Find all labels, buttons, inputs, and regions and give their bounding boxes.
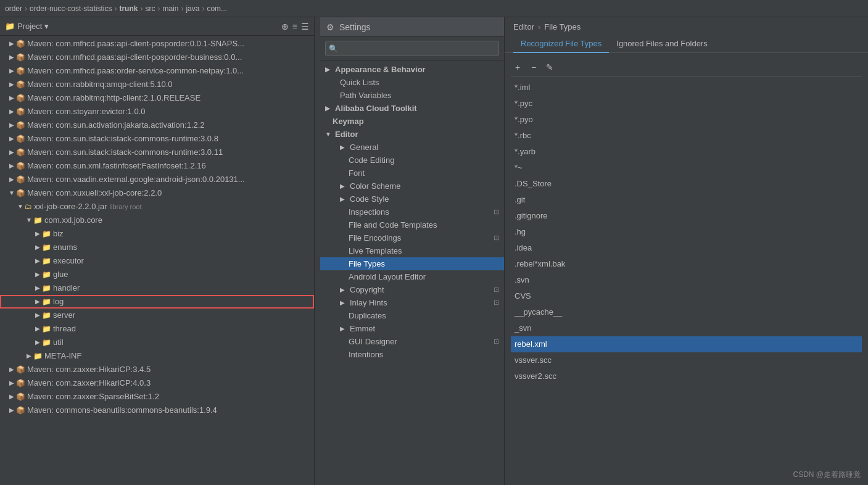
file-type-item[interactable]: vssver2.scc xyxy=(511,368,862,384)
file-type-item[interactable]: .idea xyxy=(511,240,862,256)
file-type-item-rebel-xml[interactable]: rebel.xml xyxy=(511,336,862,352)
hint-icon: ⊡ xyxy=(494,286,499,294)
tree-item-thread[interactable]: ▶ 📁 thread xyxy=(0,322,314,336)
file-type-item[interactable]: .rebel*xml.bak xyxy=(511,256,862,272)
tree-item[interactable]: ▶ 📦 Maven: com.rabbitmq:amqp-client:5.10… xyxy=(0,78,314,91)
settings-section-appearance[interactable]: ▶ Appearance & Behavior xyxy=(320,63,504,76)
settings-item-code-editing[interactable]: Code Editing xyxy=(320,154,504,167)
folder-icon: 📁 xyxy=(42,282,51,294)
tree-item[interactable]: ▶ 📦 Maven: com.mfhcd.paas:api-client-pos… xyxy=(0,51,314,64)
file-type-item[interactable]: *.pyc xyxy=(511,96,862,112)
tree-item-xxl[interactable]: ▼ 📦 Maven: com.xuxueli:xxl-job-core:2.2.… xyxy=(0,186,314,200)
tree-item[interactable]: ▶ 📦 Maven: commons-beanutils:commons-bea… xyxy=(0,404,314,417)
bc-file-types: File Types xyxy=(544,22,581,31)
settings-item-live-templates[interactable]: Live Templates xyxy=(320,244,504,257)
settings-item-file-code-templates[interactable]: File and Code Templates xyxy=(320,218,504,231)
tree-item[interactable]: ▶ 📦 Maven: com.sun.istack:istack-commons… xyxy=(0,146,314,159)
bc-main[interactable]: main xyxy=(162,4,178,13)
item-label: Quick Lists xyxy=(340,78,379,87)
file-type-item[interactable]: .DS_Store xyxy=(511,176,862,192)
tree-item[interactable]: ▶ 📦 Maven: com.mfhcd.paas:order-service-… xyxy=(0,64,314,78)
settings-item-font[interactable]: Font xyxy=(320,167,504,180)
tree-item[interactable]: ▶ 📦 Maven: com.vaadin.external.google:an… xyxy=(0,173,314,186)
tree-item-glue[interactable]: ▶ 📁 glue xyxy=(0,268,314,281)
tree-item[interactable]: ▶ 📦 Maven: com.zaxxer:SparseBitSet:1.2 xyxy=(0,390,314,404)
bc-order[interactable]: order xyxy=(5,4,22,13)
tree-item-meta-inf[interactable]: ▶ 📁 META-INF xyxy=(0,349,314,363)
item-label: GUI Designer xyxy=(349,337,397,346)
file-type-item[interactable]: .hg xyxy=(511,224,862,240)
item-label: File and Code Templates xyxy=(349,220,437,230)
settings-item-code-style[interactable]: ▶ Code Style xyxy=(320,193,504,205)
file-type-item[interactable]: vssver.scc xyxy=(511,352,862,368)
file-type-item[interactable]: CVS xyxy=(511,288,862,304)
tab-ignored[interactable]: Ignored Files and Folders xyxy=(609,36,714,53)
file-type-item[interactable]: .svn xyxy=(511,272,862,288)
bc-com[interactable]: com... xyxy=(207,4,227,13)
project-label: Project xyxy=(17,22,42,31)
file-type-item[interactable]: *.rbc xyxy=(511,128,862,144)
project-dropdown-icon[interactable]: ▾ xyxy=(44,22,49,31)
settings-item-gui-designer[interactable]: GUI Designer ⊡ xyxy=(320,335,504,348)
settings-item-copyright[interactable]: ▶ Copyright ⊡ xyxy=(320,283,504,296)
settings-item-duplicates[interactable]: Duplicates xyxy=(320,309,504,322)
tree-item-biz[interactable]: ▶ 📁 biz xyxy=(0,227,314,241)
settings-item-file-encodings[interactable]: File Encodings ⊡ xyxy=(320,231,504,244)
remove-button[interactable]: − xyxy=(527,60,540,74)
tree-item[interactable]: ▶ 📦 Maven: com.stoyanr:evictor:1.0.0 xyxy=(0,105,314,118)
tree-item[interactable]: ▶ 📦 Maven: com.zaxxer:HikariCP:3.4.5 xyxy=(0,363,314,376)
file-type-item[interactable]: .git xyxy=(511,192,862,208)
settings-section-editor[interactable]: ▼ Editor xyxy=(320,128,504,141)
tab-recognized[interactable]: Recognized File Types xyxy=(513,36,609,53)
options-icon[interactable]: ☰ xyxy=(301,22,309,31)
edit-button[interactable]: ✎ xyxy=(543,60,556,74)
tree-item-package[interactable]: ▼ 📁 com.xxl.job.core xyxy=(0,213,314,227)
settings-item-emmet[interactable]: ▶ Emmet xyxy=(320,322,504,335)
tree-item-server[interactable]: ▶ 📁 server xyxy=(0,309,314,322)
tree-item-enums[interactable]: ▶ 📁 enums xyxy=(0,241,314,254)
tree-item[interactable]: ▶ 📦 Maven: com.sun.istack:istack-commons… xyxy=(0,132,314,146)
tree-item-util[interactable]: ▶ 📁 util xyxy=(0,336,314,349)
bc-order-nucc[interactable]: order-nucc-cost-statistics xyxy=(30,4,112,13)
file-type-item[interactable]: _svn xyxy=(511,320,862,336)
folder-icon: 📁 xyxy=(42,255,51,267)
settings-item-inspections[interactable]: Inspections ⊡ xyxy=(320,205,504,218)
file-type-item[interactable]: *~ xyxy=(511,160,862,176)
settings-item-general[interactable]: ▶ General xyxy=(320,141,504,154)
package-icon: 📦 xyxy=(16,391,25,403)
file-type-item[interactable]: *.yarb xyxy=(511,144,862,160)
settings-section-alibaba[interactable]: ▶ Alibaba Cloud Toolkit xyxy=(320,102,504,115)
tree-item[interactable]: ▶ 📦 Maven: com.sun.activation:jakarta.ac… xyxy=(0,118,314,132)
tree-arrow: ▶ xyxy=(33,282,42,294)
settings-section-keymap[interactable]: Keymap xyxy=(320,115,504,128)
bc-trunk[interactable]: trunk xyxy=(119,4,138,13)
tree-item[interactable]: ▶ 📦 Maven: com.zaxxer:HikariCP:4.0.3 xyxy=(0,376,314,390)
settings-item-color-scheme[interactable]: ▶ Color Scheme xyxy=(320,180,504,193)
tree-item[interactable]: ▶ 📦 Maven: com.mfhcd.paas:api-client-pos… xyxy=(0,37,314,51)
tree-item-jar[interactable]: ▼ 🗂 xxl-job-core-2.2.0.jar library root xyxy=(0,200,314,213)
file-type-item[interactable]: *.iml xyxy=(511,80,862,96)
settings-item-android-layout[interactable]: Android Layout Editor xyxy=(320,270,504,283)
bc-src[interactable]: src xyxy=(145,4,155,13)
settings-item-inlay-hints[interactable]: ▶ Inlay Hints ⊡ xyxy=(320,296,504,309)
file-type-item[interactable]: *.pyo xyxy=(511,112,862,128)
add-button[interactable]: + xyxy=(511,60,524,74)
settings-item-quick-lists[interactable]: Quick Lists xyxy=(320,76,504,89)
settings-item-path-variables[interactable]: Path Variables xyxy=(320,89,504,102)
collapse-icon[interactable]: ≡ xyxy=(292,22,297,31)
tree-item-executor[interactable]: ▶ 📁 executor xyxy=(0,254,314,268)
settings-item-file-types[interactable]: File Types xyxy=(320,257,504,270)
tree-arrow: ▶ xyxy=(7,160,16,172)
tree-item[interactable]: ▶ 📦 Maven: com.rabbitmq:http-client:2.1.… xyxy=(0,91,314,105)
search-icon: 🔍 xyxy=(329,44,338,53)
bc-java[interactable]: java xyxy=(186,4,199,13)
settings-search-input[interactable] xyxy=(325,41,499,56)
locate-icon[interactable]: ⊕ xyxy=(281,22,289,31)
file-type-item[interactable]: __pycache__ xyxy=(511,304,862,320)
tree-item-log[interactable]: ▶ 📁 log xyxy=(0,295,314,309)
tree-item[interactable]: ▶ 📦 Maven: com.sun.xml.fastinfoset:FastI… xyxy=(0,159,314,173)
item-label: Copyright xyxy=(350,285,384,294)
tree-item-handler[interactable]: ▶ 📁 handler xyxy=(0,281,314,295)
file-type-item[interactable]: .gitignore xyxy=(511,208,862,224)
settings-item-intentions[interactable]: Intentions xyxy=(320,348,504,361)
